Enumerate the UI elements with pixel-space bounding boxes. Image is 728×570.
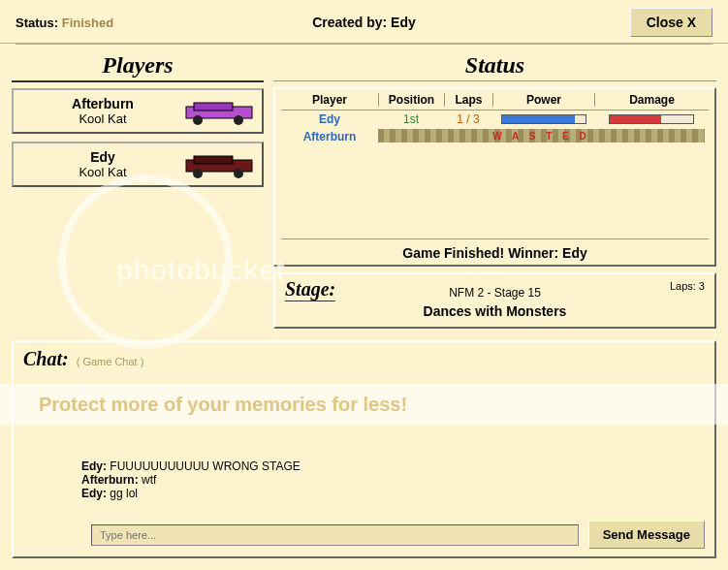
player-sub: Kool Kat bbox=[21, 111, 184, 126]
wasted-badge: W A S T E D bbox=[378, 129, 705, 142]
car-icon bbox=[184, 150, 254, 179]
players-title: Players bbox=[12, 52, 264, 82]
svg-point-2 bbox=[193, 115, 203, 125]
player-name: Edy bbox=[21, 149, 184, 165]
send-message-button[interactable]: Send Message bbox=[588, 521, 705, 549]
svg-rect-1 bbox=[194, 103, 233, 111]
damage-bar bbox=[609, 114, 694, 124]
stage-name: Dances with Monsters bbox=[285, 303, 705, 319]
player-card[interactable]: Edy Kool Kat bbox=[12, 142, 264, 187]
status-label: Status: bbox=[16, 16, 58, 30]
svg-point-7 bbox=[234, 169, 243, 178]
chat-line: Edy: FUUUUUUUUUUU WRONG STAGE bbox=[81, 459, 705, 473]
player-card[interactable]: Afterburn Kool Kat bbox=[12, 88, 264, 134]
status-title: Status bbox=[273, 52, 716, 81]
chat-messages: Edy: FUUUUUUUUUUU WRONG STAGE Afterburn:… bbox=[23, 374, 705, 515]
created-by: Created by: Edy bbox=[312, 15, 416, 30]
chat-line: Afterburn: wtf bbox=[81, 473, 705, 487]
stage-info: NFM 2 - Stage 15 bbox=[285, 286, 705, 300]
status-value: Finished bbox=[62, 16, 113, 30]
players-panel: Players Afterburn Kool Kat Edy Kool Kat bbox=[12, 52, 264, 329]
svg-point-6 bbox=[193, 169, 203, 178]
chat-line: Edy: gg lol bbox=[81, 487, 705, 500]
car-icon bbox=[184, 97, 254, 126]
header-bar: Status: Finished Created by: Edy Close X bbox=[0, 0, 728, 44]
status-left: Status: Finished bbox=[16, 16, 113, 30]
table-row: Afterburn W A S T E D bbox=[281, 128, 709, 145]
chat-subtitle: ( Game Chat ) bbox=[77, 356, 144, 367]
table-header: Player Position Laps Power Damage bbox=[281, 93, 709, 111]
table-row: Edy 1st 1 / 3 bbox=[281, 111, 709, 128]
stage-label: Stage: bbox=[285, 278, 335, 301]
stage-box: Stage: Laps: 3 NFM 2 - Stage 15 Dances w… bbox=[273, 272, 716, 329]
svg-point-3 bbox=[234, 115, 243, 125]
chat-panel: Chat: ( Game Chat ) Edy: FUUUUUUUUUUU WR… bbox=[12, 340, 716, 558]
player-name: Afterburn bbox=[21, 96, 184, 111]
close-button[interactable]: Close X bbox=[630, 8, 712, 37]
power-bar bbox=[501, 114, 586, 124]
game-finished-text: Game Finished! Winner: Edy bbox=[281, 238, 709, 261]
svg-rect-5 bbox=[194, 156, 233, 164]
laps-count: Laps: 3 bbox=[670, 280, 705, 292]
status-panel: Status Player Position Laps Power Damage… bbox=[273, 52, 716, 329]
player-sub: Kool Kat bbox=[21, 165, 184, 179]
chat-input[interactable] bbox=[91, 524, 579, 546]
status-table: Player Position Laps Power Damage Edy 1s… bbox=[273, 87, 716, 267]
chat-title: Chat: bbox=[23, 348, 69, 370]
